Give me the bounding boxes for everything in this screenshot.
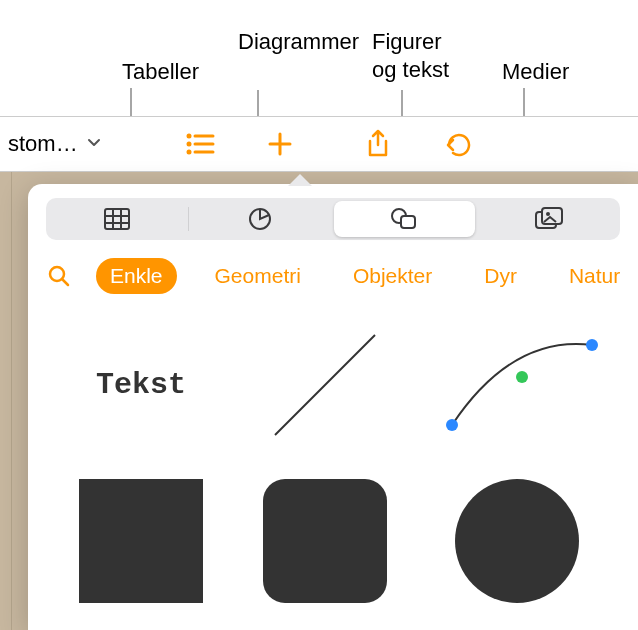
- shape-rounded-square[interactable]: [248, 476, 402, 606]
- plus-icon: [266, 130, 294, 158]
- document-title-button[interactable]: stom…: [0, 131, 160, 157]
- segment-tables[interactable]: [46, 198, 188, 240]
- segment-media[interactable]: [478, 198, 620, 240]
- shapes-icon: [389, 206, 419, 232]
- category-geometry[interactable]: Geometri: [201, 258, 315, 294]
- search-icon[interactable]: [46, 263, 72, 289]
- shape-line[interactable]: [248, 320, 402, 450]
- curve-icon: [432, 325, 602, 445]
- shape-grid: Tekst: [28, 294, 638, 606]
- callout-label-shapes-text: Figurer og tekst: [372, 28, 449, 83]
- svg-point-28: [586, 339, 598, 351]
- list-icon: [185, 131, 215, 157]
- shape-square[interactable]: [64, 476, 218, 606]
- category-nature[interactable]: Natur: [555, 258, 634, 294]
- svg-line-25: [275, 335, 375, 435]
- svg-point-22: [546, 212, 550, 216]
- document-canvas: Enkle Geometri Objekter Dyr Natur Tekst: [0, 172, 638, 630]
- table-icon: [103, 207, 131, 231]
- shape-categories: Enkle Geometri Objekter Dyr Natur: [28, 240, 638, 294]
- callout-label-charts: Diagrammer: [238, 28, 359, 56]
- category-animals[interactable]: Dyr: [470, 258, 531, 294]
- shape-curve[interactable]: [432, 320, 602, 450]
- category-objects[interactable]: Objekter: [339, 258, 446, 294]
- callout-area: Tabeller Diagrammer Figurer og tekst Med…: [0, 0, 638, 116]
- undo-button[interactable]: [418, 116, 498, 172]
- svg-rect-12: [105, 209, 129, 229]
- segment-shapes[interactable]: [334, 201, 476, 237]
- segment-charts[interactable]: [189, 198, 331, 240]
- svg-line-24: [62, 279, 68, 285]
- square-icon: [79, 479, 203, 603]
- popover-arrow: [288, 174, 312, 186]
- chart-icon: [247, 206, 273, 232]
- line-icon: [260, 320, 390, 450]
- toolbar: stom…: [0, 116, 638, 172]
- share-icon: [365, 129, 391, 159]
- shape-circle[interactable]: [432, 476, 602, 606]
- insert-popover: Enkle Geometri Objekter Dyr Natur Tekst: [28, 184, 638, 630]
- svg-point-6: [187, 142, 192, 147]
- undo-icon: [443, 131, 473, 157]
- shape-text-label: Tekst: [96, 368, 186, 402]
- rounded-square-icon: [263, 479, 387, 603]
- callout-label-media: Medier: [502, 58, 569, 86]
- svg-point-26: [446, 419, 458, 431]
- svg-point-27: [516, 371, 528, 383]
- insert-button[interactable]: [240, 116, 320, 172]
- media-icon: [534, 206, 564, 232]
- outline-button[interactable]: [160, 116, 240, 172]
- category-simple[interactable]: Enkle: [96, 258, 177, 294]
- share-button[interactable]: [338, 116, 418, 172]
- shape-text[interactable]: Tekst: [64, 320, 218, 450]
- svg-point-8: [187, 150, 192, 155]
- insert-type-segmented: [46, 198, 620, 240]
- circle-icon: [455, 479, 579, 603]
- callout-label-tables: Tabeller: [122, 58, 199, 86]
- svg-point-4: [187, 134, 192, 139]
- chevron-down-icon: [86, 134, 102, 154]
- document-title: stom…: [8, 131, 78, 157]
- svg-rect-19: [401, 216, 415, 228]
